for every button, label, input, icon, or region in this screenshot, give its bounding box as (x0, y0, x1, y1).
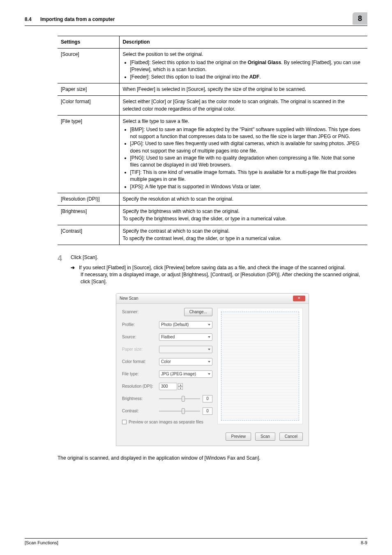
preview-document (221, 312, 299, 421)
bullet: [TIF]: This is one kind of versatile ima… (130, 169, 364, 183)
row-resolution: [Resolution (DPI)] Specify the resolutio… (58, 193, 367, 206)
separate-files-label: Preview or scan images as separate files (129, 420, 203, 424)
bullet: [XPS]: A file type that is supported in … (130, 183, 364, 190)
section-heading: 8.4 Importing data from a computer (25, 12, 115, 22)
paper-size-label: Paper size: (122, 347, 159, 352)
bullet: [Flatbed]: Select this option to load th… (130, 59, 364, 74)
cell-setting: [Paper size] (58, 83, 119, 95)
page-footer: [Scan Functions] 8-9 (25, 538, 367, 545)
chevron-down-icon (208, 336, 210, 338)
row-paper-size: [Paper size] When [Feeder] is selected i… (58, 83, 367, 95)
cell-setting: [Contrast] (58, 225, 119, 245)
footer-right: 8-9 (361, 540, 367, 545)
source-select[interactable]: Flatbed (159, 333, 212, 341)
paper-size-select (159, 346, 212, 353)
brightness-slider[interactable]: 0 (159, 395, 212, 402)
section-number: 8.4 (25, 16, 32, 22)
cell-setting: [Resolution (DPI)] (58, 193, 119, 206)
row-source: [Source] Select the position to set the … (58, 49, 367, 83)
desc-intro: Select a file type to save a file. (123, 118, 364, 125)
separate-files-row[interactable]: Preview or scan images as separate files (122, 420, 212, 424)
bullet: [Feeder]: Select this option to load the… (130, 74, 364, 81)
section-title: Importing data from a computer (40, 16, 115, 22)
chevron-down-icon (208, 324, 210, 326)
row-brightness: [Brightness] Specify the brightness with… (58, 206, 367, 225)
source-label: Source: (122, 335, 159, 339)
file-type-label: File type: (122, 372, 159, 376)
step-text: Click [Scan]. (71, 254, 367, 261)
dialog-titlebar: New Scan ✕ (116, 294, 309, 304)
outro-text: The original is scanned, and displayed i… (58, 455, 367, 461)
contrast-label: Contrast: (122, 409, 159, 413)
chapter-tab: 8 (353, 12, 367, 25)
cell-setting: [Source] (58, 49, 119, 83)
footer-left: [Scan Functions] (25, 540, 58, 545)
cell-description: Select either [Color] or [Gray Scale] as… (119, 96, 367, 116)
contrast-value[interactable]: 0 (203, 407, 212, 415)
step-substep: ➔ If you select [Flatbed] in [Source], c… (58, 265, 367, 271)
arrow-icon: ➔ (71, 265, 75, 271)
dialog-title: New Scan (120, 296, 138, 301)
th-settings: Settings (58, 36, 119, 49)
checkbox-icon[interactable] (122, 420, 127, 424)
settings-table: Settings Description [Source] Select the… (58, 36, 367, 245)
bullet: [PNG]: Used to save an image file with n… (130, 155, 364, 169)
cell-description: Select the position to set the original.… (119, 49, 367, 83)
file-type-select[interactable]: JPG (JPEG image) (159, 370, 212, 378)
color-format-label: Color format: (122, 359, 159, 364)
chevron-down-icon (208, 361, 210, 363)
change-button[interactable]: Change... (184, 308, 212, 316)
contrast-slider[interactable]: 0 (159, 407, 212, 415)
row-file-type: [File type] Select a file type to save a… (58, 116, 367, 193)
cell-description: Specify the contrast at which to scan th… (119, 225, 367, 245)
brightness-label: Brightness: (122, 396, 159, 401)
scan-button[interactable]: Scan (255, 432, 275, 441)
step-4: 4 Click [Scan]. (58, 254, 367, 262)
page-header: 8.4 Importing data from a computer 8 (25, 12, 367, 26)
close-icon[interactable]: ✕ (293, 296, 305, 301)
profile-label: Profile: (122, 322, 159, 327)
resolution-input[interactable]: 300 (159, 383, 177, 390)
substep-followup: If necessary, trim a displayed image, or… (58, 271, 367, 286)
row-color-format: [Color format] Select either [Color] or … (58, 96, 367, 116)
cell-description: Select a file type to save a file. [BMP]… (119, 116, 367, 193)
chevron-down-icon (208, 373, 210, 375)
substep-text: If you select [Flatbed] in [Source], cli… (79, 265, 367, 271)
bullet: [BMP]: Used to save an image file adopte… (130, 126, 364, 141)
resolution-label: Resolution (DPI): (122, 384, 159, 388)
preview-pane (217, 308, 303, 424)
desc-intro: Select the position to set the original. (123, 51, 364, 58)
profile-select[interactable]: Photo (Default) (159, 321, 212, 328)
step-number: 4 (58, 254, 71, 262)
brightness-value[interactable]: 0 (203, 395, 212, 402)
cell-description: Specify the brightness with which to sca… (119, 206, 367, 225)
row-contrast: [Contrast] Specify the contrast at which… (58, 225, 367, 245)
cell-setting: [Brightness] (58, 206, 119, 225)
chevron-down-icon (208, 349, 210, 350)
th-description: Description (119, 36, 367, 49)
scanner-label: Scanner: (122, 310, 159, 314)
color-format-select[interactable]: Color (159, 358, 212, 365)
resolution-spinner[interactable]: ▴▾ (178, 383, 183, 390)
bullet: [JPG]: Used to save files frequently use… (130, 140, 364, 155)
cancel-button[interactable]: Cancel (279, 432, 303, 441)
cell-setting: [File type] (58, 116, 119, 193)
cell-description: When [Feeder] is selected in [Source], s… (119, 83, 367, 95)
cell-setting: [Color format] (58, 96, 119, 116)
preview-button[interactable]: Preview (226, 432, 251, 441)
new-scan-dialog: New Scan ✕ Scanner: Change... Profile: P… (116, 293, 309, 446)
cell-description: Specify the resolution at which to scan … (119, 193, 367, 206)
